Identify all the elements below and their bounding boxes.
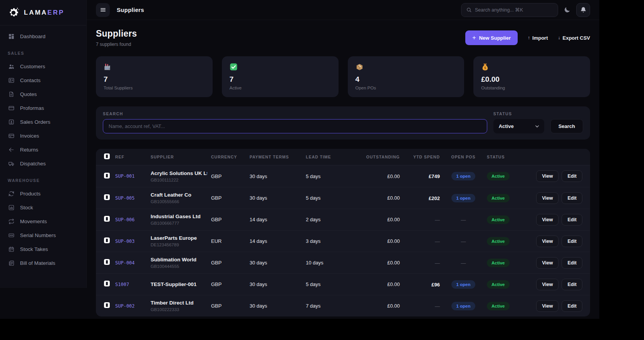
returns-icon [8, 146, 15, 153]
supplier-search-input[interactable] [103, 119, 487, 133]
row-checkbox[interactable] [104, 194, 110, 200]
payment-terms-value: 30 days [250, 173, 306, 179]
sidebar-item-bill-of-materials[interactable]: Bill of Materials [0, 256, 86, 270]
sidebar-item-invoices[interactable]: Invoices [0, 129, 86, 143]
supplier-vat: GB100666777 [151, 221, 207, 226]
sidebar-item-stock[interactable]: Stock [0, 200, 86, 214]
sidebar-item-stock-takes[interactable]: Stock Takes [0, 242, 86, 256]
stats-row: 7Total Suppliers7Active4Open POs$£0.00Ou… [96, 56, 590, 97]
global-search-input[interactable] [475, 7, 553, 13]
status-badge: Active [487, 172, 510, 180]
table-row: S1007TEST-Supplier-001GBP30 days5 days£0… [96, 273, 590, 295]
select-all-checkbox[interactable] [104, 153, 110, 159]
row-checkbox[interactable] [104, 173, 110, 178]
supplier-ref[interactable]: SUP-001 [115, 173, 151, 179]
view-button[interactable]: View [536, 279, 558, 290]
view-button[interactable]: View [536, 192, 558, 204]
sidebar-item-dispatches[interactable]: Dispatches [0, 157, 86, 170]
outstanding-value: £0.00 [355, 173, 404, 179]
search-button[interactable]: Search [550, 119, 583, 133]
supplier-ref[interactable]: SUP-003 [115, 239, 151, 244]
main-area: Suppliers Supplie [87, 0, 599, 319]
payment-terms-value: 30 days [250, 281, 306, 287]
sidebar-item-sales-orders[interactable]: Sales Orders [0, 115, 86, 129]
open-pos-cell: 1 open [444, 280, 487, 289]
view-button[interactable]: View [536, 214, 558, 226]
export-csv-button[interactable]: ↓ Export CSV [558, 35, 590, 41]
stat-label: Active [230, 86, 331, 90]
brand[interactable]: LAMAERP [0, 0, 86, 25]
sidebar-item-serial-numbers[interactable]: Serial Numbers [0, 228, 86, 242]
dashboard-icon [8, 33, 15, 40]
check-icon [230, 63, 238, 71]
sidebar-item-label: Movements [20, 219, 47, 224]
table-header-row: REFSUPPLIERCURRENCYPAYMENT TERMSLEAD TIM… [96, 149, 590, 165]
table-body: SUP-001Acrylic Solutions UK LtdGB1001112… [96, 165, 590, 316]
import-button[interactable]: ↑ Import [528, 35, 548, 41]
supplier-name: TEST-Supplier-001 [151, 281, 207, 287]
open-pos-cell: 1 open [444, 302, 487, 310]
edit-button[interactable]: Edit [562, 279, 582, 290]
theme-toggle-button[interactable] [564, 6, 571, 13]
open-pos-cell: 1 open [444, 172, 487, 180]
edit-button[interactable]: Edit [562, 300, 582, 312]
edit-button[interactable]: Edit [562, 214, 582, 226]
supplier-ref[interactable]: SUP-005 [115, 195, 151, 201]
row-checkbox[interactable] [104, 281, 110, 286]
sidebar-item-products[interactable]: Products [0, 187, 86, 200]
proformas-icon [8, 104, 15, 111]
notifications-button[interactable] [576, 3, 590, 17]
page-title: Suppliers [96, 29, 137, 39]
currency-value: GBP [211, 260, 250, 266]
column-header-open_pos: OPEN POS [444, 155, 487, 159]
sidebar-item-movements[interactable]: Movements [0, 214, 86, 228]
sidebar-item-proformas[interactable]: Proformas [0, 101, 86, 115]
sidebar-item-quotes[interactable]: Quotes [0, 87, 86, 101]
supplier-name: Craft Leather Co [151, 192, 207, 198]
suppliers-table: REFSUPPLIERCURRENCYPAYMENT TERMSLEAD TIM… [96, 149, 590, 316]
view-button[interactable]: View [536, 170, 558, 182]
new-supplier-button[interactable]: + New Supplier [465, 30, 518, 45]
global-search[interactable] [461, 3, 558, 17]
customers-icon [8, 63, 15, 70]
supplier-name: Sublimation World [151, 257, 207, 263]
page-content: Suppliers 7 suppliers found + New Suppli… [87, 20, 599, 316]
search-icon [466, 7, 472, 13]
sidebar-item-label: Dispatches [20, 161, 46, 167]
sidebar-item-label: Products [20, 191, 40, 197]
sidebar-item-label: Dashboard [20, 34, 45, 39]
status-select[interactable]: Active [493, 119, 544, 133]
serial-numbers-icon [8, 232, 15, 239]
sidebar-item-contacts[interactable]: Contacts [0, 73, 86, 87]
view-button[interactable]: View [536, 257, 558, 269]
currency-value: GBP [211, 173, 250, 179]
payment-terms-value: 30 days [250, 303, 306, 309]
edit-button[interactable]: Edit [562, 236, 582, 247]
row-checkbox[interactable] [104, 216, 110, 222]
row-checkbox[interactable] [104, 302, 110, 308]
column-header-outstanding: OUTSTANDING [355, 155, 404, 159]
view-button[interactable]: View [536, 236, 558, 247]
row-checkbox[interactable] [104, 259, 110, 265]
stat-value: £0.00 [481, 75, 582, 84]
menu-icon[interactable] [96, 3, 110, 17]
ytd-spend-value: — [404, 216, 444, 223]
sidebar-item-returns[interactable]: Returns [0, 143, 86, 157]
sidebar-item-customers[interactable]: Customers [0, 59, 86, 73]
status-filter-label: STATUS [493, 111, 544, 116]
edit-button[interactable]: Edit [562, 170, 582, 182]
edit-button[interactable]: Edit [562, 192, 582, 204]
view-button[interactable]: View [536, 300, 558, 312]
sidebar-item-dashboard[interactable]: Dashboard [0, 29, 86, 43]
table-row: SUP-004Sublimation WorldGB100444555GBP30… [96, 252, 590, 273]
row-checkbox[interactable] [104, 237, 110, 243]
supplier-ref[interactable]: SUP-002 [115, 303, 151, 309]
supplier-ref[interactable]: SUP-004 [115, 260, 151, 266]
edit-button[interactable]: Edit [562, 257, 582, 269]
supplier-ref[interactable]: S1007 [115, 282, 151, 287]
sidebar: LAMAERP DashboardSALESCustomersContactsQ… [0, 0, 87, 288]
supplier-ref[interactable]: SUP-006 [115, 217, 151, 222]
status-badge: Active [487, 194, 510, 202]
lead-time-value: 10 days [306, 260, 355, 266]
sidebar-item-label: Stock [20, 205, 33, 210]
